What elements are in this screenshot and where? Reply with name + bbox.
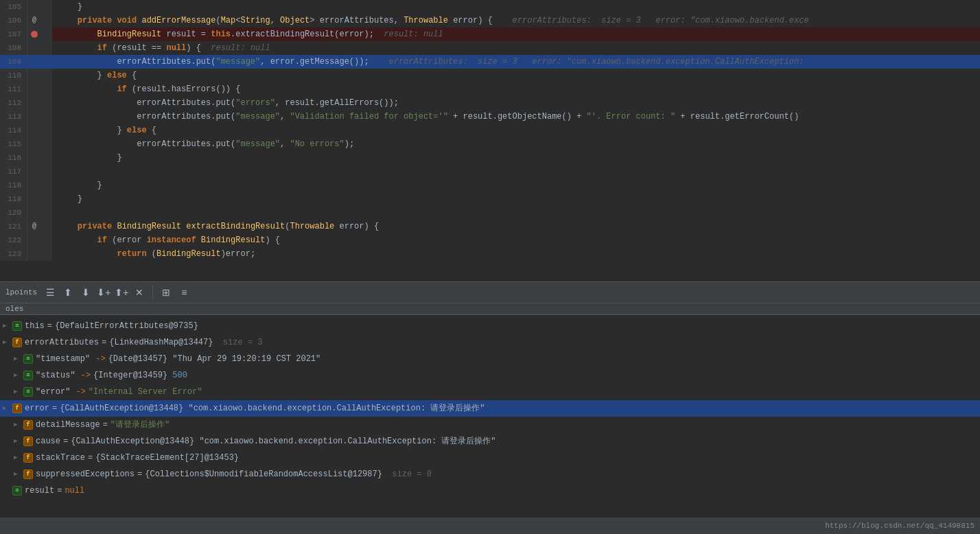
code-line-121: 121 @ private BindingResult extractBindi…: [0, 220, 980, 233]
var-value-suppressedExceptions: {Collections$UnmodifiableRandomAccessLis…: [145, 467, 382, 481]
expand-icon-5: ▶: [14, 385, 23, 399]
code-line-118: 118 }: [0, 178, 980, 192]
var-icon-detailMessage: f: [23, 420, 33, 430]
var-item-errorAttributes[interactable]: ▶ f errorAttributes = {LinkedHashMap@134…: [0, 334, 980, 351]
expand-icon-10: ▶: [14, 467, 23, 481]
annotation-marker-2: @: [32, 220, 36, 233]
var-item-detailMessage[interactable]: ▶ f detailMessage = "请登录后操作": [0, 417, 980, 433]
var-icon-list: ≡: [12, 321, 22, 331]
code-line-109: 109 errorAttributes.put("message", error…: [0, 55, 980, 69]
var-name-cause: cause: [36, 434, 60, 448]
annotation-marker: @: [32, 14, 36, 27]
toolbar-btn-mute[interactable]: ⬇+: [96, 285, 111, 300]
code-line-105: 105 }: [0, 0, 980, 14]
var-item-result[interactable]: ≡ result = null: [0, 483, 980, 499]
var-name-detailMessage: detailMessage: [36, 418, 100, 432]
expand-icon-3: ▶: [14, 352, 23, 366]
var-value-errorAttributes: {LinkedHashMap@13447}: [109, 336, 213, 349]
var-item-cause[interactable]: ▶ f cause = {CallAuthException@13448} "c…: [0, 433, 980, 450]
code-line-116: 116 }: [0, 151, 980, 165]
toolbar-btn-disable[interactable]: ⬇: [78, 285, 93, 300]
var-value-detailMessage: "请登录后操作": [110, 418, 170, 432]
var-icon-cause: f: [23, 437, 33, 446]
var-icon-suppressedExceptions: f: [23, 469, 33, 479]
toolbar-btn-enable[interactable]: ⬆: [60, 285, 75, 300]
code-editor: 105 } 106 @ private void addErrorMessage…: [0, 0, 980, 281]
variables-panel: oles ▶ ≡ this = {DefaultErrorAttributes@…: [0, 303, 980, 534]
toolbar-btn-grid[interactable]: ⊞: [159, 285, 174, 300]
toolbar-btn-list2[interactable]: ≡: [176, 285, 191, 300]
var-icon-orange: f: [12, 338, 22, 347]
var-name-result: result: [25, 484, 54, 498]
var-value-error-key: "Internal Server Error": [89, 385, 202, 399]
var-icon-timestamp: ≡: [23, 354, 33, 364]
var-item-status[interactable]: ▶ ≡ "status" -> {Integer@13459} 500: [0, 367, 980, 384]
var-name-errorAttributes: errorAttributes: [25, 336, 99, 349]
panel-header: oles: [0, 303, 980, 315]
var-name-error-key: "error": [36, 385, 70, 399]
var-item-suppressedExceptions[interactable]: ▶ f suppressedExceptions = {Collections$…: [0, 466, 980, 483]
code-line-123: 123 return (BindingResult)error;: [0, 247, 980, 261]
var-value-status: {Integer@13459}: [93, 369, 167, 382]
code-line-117: 117: [0, 165, 980, 178]
code-line-106: 106 @ private void addErrorMessage(Map<S…: [0, 14, 980, 27]
var-name-suppressedExceptions: suppressedExceptions: [36, 467, 135, 481]
var-value-result: null: [65, 484, 84, 498]
var-item-stackTrace[interactable]: ▶ f stackTrace = {StackTraceElement[27]@…: [0, 450, 980, 466]
toolbar-btn-remove[interactable]: ✕: [132, 285, 147, 300]
var-item-this[interactable]: ▶ ≡ this = {DefaultErrorAttributes@9735}: [0, 318, 980, 334]
code-line-114: 114 } else {: [0, 124, 980, 137]
var-name-this: this: [25, 319, 45, 333]
code-line-115: 115 errorAttributes.put("message", "No e…: [0, 137, 980, 151]
toolbar-label: lpoints: [5, 288, 37, 297]
var-value-error: {CallAuthException@13448} "com.xiaowo.ba…: [60, 402, 485, 415]
bottom-bar: https://blog.csdn.net/qq_41498815: [0, 518, 980, 534]
var-value-timestamp: {Date@13457} "Thu Apr 29 19:20:19 CST 20…: [108, 352, 321, 366]
var-size-suppressedExceptions: size = 0: [382, 467, 432, 481]
var-icon-error-key: ≡: [23, 387, 33, 397]
var-item-error-key[interactable]: ▶ ≡ "error" -> "Internal Server Error": [0, 384, 980, 400]
var-value-cause: {CallAuthException@13448} "com.xiaowo.ba…: [71, 434, 495, 448]
code-line-108: 108 if (result == null) { result: null: [0, 41, 980, 55]
debug-toolbar: lpoints ☰ ⬆ ⬇ ⬇+ ⬆+ ✕ ⊞ ≡: [0, 281, 980, 303]
toolbar-btn-list[interactable]: ☰: [43, 285, 58, 300]
code-line-110: 110 } else {: [0, 69, 980, 82]
var-value-this: {DefaultErrorAttributes@9735}: [55, 319, 198, 333]
var-icon-stackTrace: f: [23, 453, 33, 463]
code-line-111: 111 if (result.hasErrors()) {: [0, 82, 980, 96]
var-icon-result: ≡: [12, 486, 22, 496]
var-icon-status: ≡: [23, 371, 33, 380]
expand-icon-4: ▶: [14, 369, 23, 382]
var-name-status: "status": [36, 369, 75, 382]
code-line-119: 119 }: [0, 192, 980, 206]
var-name-error: error: [25, 402, 49, 415]
watermark-text: https://blog.csdn.net/qq_41498815: [825, 522, 975, 530]
expand-icon-7: ▶: [14, 418, 23, 432]
toolbar-separator: [152, 286, 153, 299]
var-name-stackTrace: stackTrace: [36, 451, 85, 465]
code-line-107: 107 BindingResult result = this.extractB…: [0, 27, 980, 41]
code-line-112: 112 errorAttributes.put("errors", result…: [0, 96, 980, 110]
var-item-timestamp[interactable]: ▶ ≡ "timestamp" -> {Date@13457} "Thu Apr…: [0, 351, 980, 367]
expand-icon-2: ▶: [3, 336, 12, 349]
var-name-timestamp: "timestamp": [36, 352, 90, 366]
expand-icon: ▶: [3, 319, 12, 333]
var-item-error[interactable]: ▶ f error = {CallAuthException@13448} "c…: [0, 400, 980, 417]
breakpoint-dot: [31, 31, 38, 38]
variable-list: ▶ ≡ this = {DefaultErrorAttributes@9735}…: [0, 315, 980, 502]
code-line-122: 122 if (error instanceof BindingResult) …: [0, 233, 980, 247]
var-value-stackTrace: {StackTraceElement[27]@13453}: [95, 451, 239, 465]
code-line-120: 120: [0, 206, 980, 220]
var-value-status-num: 500: [167, 369, 187, 382]
toolbar-btn-unmute[interactable]: ⬆+: [114, 285, 129, 300]
code-line-113: 113 errorAttributes.put("message", "Vali…: [0, 110, 980, 124]
var-icon-error: f: [12, 404, 22, 413]
expand-icon-8: ▶: [14, 434, 23, 448]
expand-icon-6: ▶: [3, 402, 12, 415]
expand-icon-11: [3, 484, 12, 498]
var-size-errorAttributes: size = 3: [213, 336, 262, 349]
expand-icon-9: ▶: [14, 451, 23, 465]
